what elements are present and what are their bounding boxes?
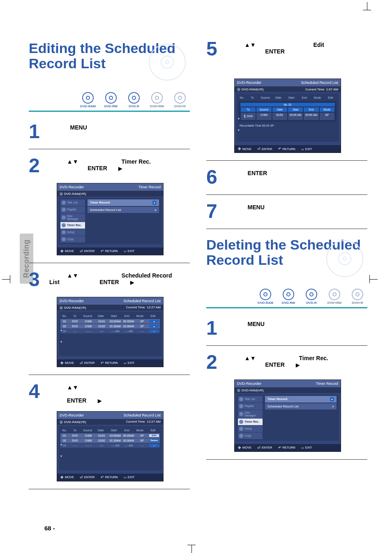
disc-badge: DVD+RW	[147, 92, 167, 108]
disc-icon	[326, 240, 363, 277]
crop-mark	[4, 271, 21, 288]
crop-mark	[359, 4, 376, 21]
osd-scheduled-list: DVD-RecorderScheduled Record List DVD-RA…	[57, 297, 164, 367]
step-6: 6 ENTER	[206, 167, 367, 187]
disc-icon	[149, 44, 186, 81]
osd-timer-record-2: DVD-RecorderTimer Record DVD-RAM(VR) Tit…	[234, 379, 341, 452]
osd-edit-panel: DVD-RecorderScheduled Record List DVD-RA…	[234, 79, 341, 153]
disc-badges: DVD-RAMDVD-RWDVD-RDVD+RWDVD+R	[29, 92, 190, 108]
disc-badge: DVD-R	[124, 92, 144, 108]
step-4: 4 ▲▼ ENTER ▶	[29, 382, 190, 404]
disc-badges: DVD-RAMDVD-RWDVD-RDVD+RWDVD+R	[206, 289, 367, 305]
page-number: 68 -	[44, 525, 55, 532]
crop-mark	[184, 534, 200, 551]
disc-badge: DVD-RW	[101, 92, 121, 108]
step-r2: 2 ▲▼ Timer Rec. ENTER ▶	[206, 352, 367, 372]
step-r1: 1 MENU	[206, 318, 367, 338]
step-7: 7 MENU	[206, 201, 367, 221]
disc-badge: DVD-R	[302, 289, 321, 305]
step-3: 3 ▲▼ Scheduled Record List ENTER ▶	[29, 270, 190, 289]
disc-badge: DVD+RW	[325, 289, 344, 305]
disc-badge: DVD-RAM	[78, 92, 98, 108]
step-2: 2 ▲▼ Timer Rec. ENTER ▶	[29, 156, 190, 176]
disc-badge: DVD+R	[348, 289, 367, 305]
disc-badge: DVD-RW	[279, 289, 298, 305]
step-5: 5 ▲▼ Edit ENTER	[206, 39, 367, 59]
disc-badge: DVD-RAM	[256, 289, 275, 305]
osd-timer-record: DVD-RecorderTimer Record DVD-RAM(VR) Tit…	[57, 183, 164, 255]
disc-badge: DVD+R	[170, 92, 190, 108]
osd-scheduled-list-popup: DVD-RecorderScheduled Record List DVD-RA…	[57, 411, 164, 481]
step-1: 1 MENU	[29, 122, 190, 141]
